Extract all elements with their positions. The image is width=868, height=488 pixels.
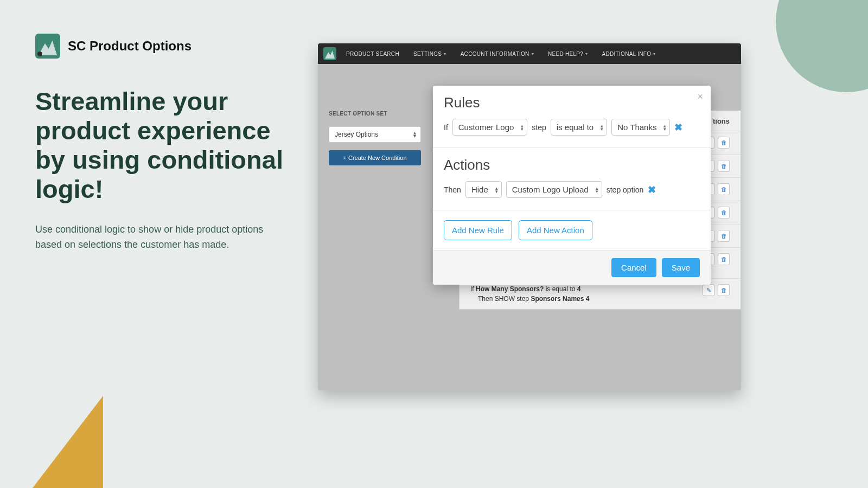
chevron-down-icon: ▾ — [585, 52, 588, 56]
chevron-down-icon: ▾ — [444, 52, 446, 56]
sort-icon: ▴▾ — [521, 124, 524, 131]
rule-field-select[interactable]: Customer Logo▴▾ — [452, 119, 528, 136]
cancel-button[interactable]: Cancel — [611, 258, 656, 277]
chevron-down-icon: ▾ — [653, 52, 655, 56]
action-type-select[interactable]: Hide▴▾ — [465, 181, 502, 198]
sort-icon: ▴▾ — [413, 131, 416, 138]
select-option-set-label: SELECT OPTION SET — [329, 111, 426, 117]
rules-heading: Rules — [444, 94, 700, 111]
app-window: PRODUCT SEARCH SETTINGS▾ ACCOUNT INFORMA… — [318, 43, 741, 390]
delete-icon[interactable]: 🗑 — [718, 183, 730, 195]
brand-title: SC Product Options — [68, 38, 192, 54]
option-set-select[interactable]: Jersey Options ▴▾ — [329, 126, 421, 143]
remove-action-icon[interactable]: ✖ — [648, 184, 656, 196]
rules-modal: × Rules If Customer Logo▴▾ step is equal… — [433, 86, 711, 285]
marketing-column: SC Product Options Streamline your produ… — [35, 34, 290, 253]
delete-icon[interactable]: 🗑 — [718, 284, 730, 296]
step-option-label: step option — [607, 185, 644, 194]
conditions-header-action: tions — [713, 117, 730, 125]
nav-additional-info[interactable]: ADDITIONAL INFO▾ — [602, 51, 656, 57]
create-new-condition-button[interactable]: + Create New Condition — [329, 150, 421, 165]
add-new-action-button[interactable]: Add New Action — [519, 220, 592, 240]
rule-operator-select[interactable]: is equal to▴▾ — [551, 119, 607, 136]
then-label: Then — [444, 185, 461, 194]
rule-value-select[interactable]: No Thanks▴▾ — [611, 119, 670, 136]
delete-icon[interactable]: 🗑 — [718, 230, 730, 242]
brand-logo-icon — [35, 34, 60, 59]
delete-icon[interactable]: 🗑 — [718, 160, 730, 172]
sort-icon: ▴▾ — [596, 187, 598, 193]
nav-settings[interactable]: SETTINGS▾ — [413, 51, 446, 57]
sort-icon: ▴▾ — [601, 124, 603, 131]
step-label: step — [532, 123, 546, 132]
headline: Streamline your product experience by us… — [35, 87, 290, 204]
nav-account-info[interactable]: ACCOUNT INFORMATION▾ — [461, 51, 534, 57]
delete-icon[interactable]: 🗑 — [718, 207, 730, 219]
save-button[interactable]: Save — [662, 258, 700, 277]
chevron-down-icon: ▾ — [532, 52, 534, 56]
actions-heading: Actions — [444, 157, 700, 174]
nav-product-search[interactable]: PRODUCT SEARCH — [346, 51, 399, 57]
action-target-select[interactable]: Custom Logo Upload▴▾ — [506, 181, 602, 198]
edit-icon[interactable]: ✎ — [703, 284, 714, 296]
subtext: Use conditional logic to show or hide pr… — [35, 222, 290, 253]
nav-need-help[interactable]: NEED HELP?▾ — [548, 51, 588, 57]
add-new-rule-button[interactable]: Add New Rule — [444, 220, 512, 240]
delete-icon[interactable]: 🗑 — [718, 137, 730, 149]
sort-icon: ▴▾ — [663, 124, 666, 131]
if-label: If — [444, 123, 448, 132]
app-navbar: PRODUCT SEARCH SETTINGS▾ ACCOUNT INFORMA… — [318, 43, 741, 64]
decorative-triangle — [33, 396, 103, 488]
nav-logo-icon — [323, 47, 336, 60]
sort-icon: ▴▾ — [495, 187, 498, 193]
remove-rule-icon[interactable]: ✖ — [674, 121, 682, 133]
decorative-circle — [776, 0, 868, 92]
close-icon[interactable]: × — [697, 91, 703, 102]
delete-icon[interactable]: 🗑 — [718, 253, 730, 265]
